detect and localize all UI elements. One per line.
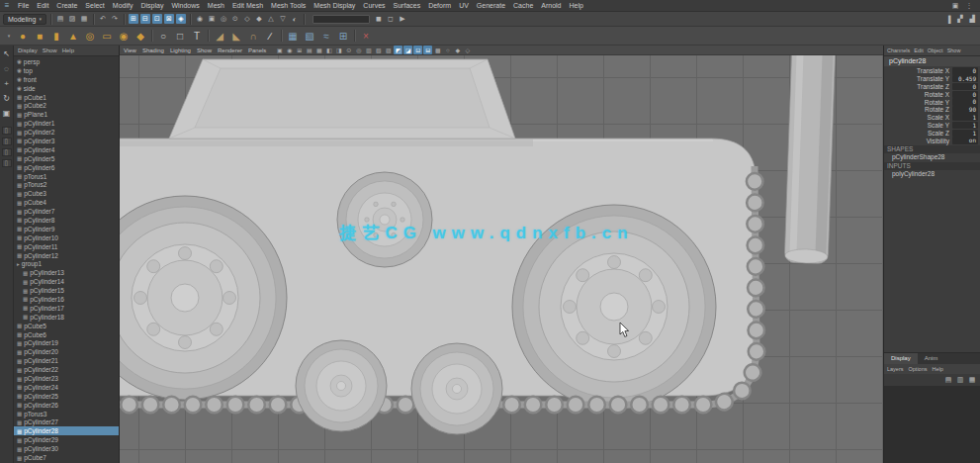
outliner-item[interactable]: ▦ pCylinder29 — [14, 435, 119, 444]
outliner-item[interactable]: ▦ pCube2 — [14, 101, 119, 110]
mirror-tool[interactable]: ⊞ — [335, 28, 351, 44]
smooth-tool[interactable]: ≈ — [318, 28, 334, 44]
menu-item[interactable]: File — [14, 0, 33, 12]
outliner-item[interactable]: ▦ pCube6 — [14, 330, 119, 339]
layout-single-pane-icon[interactable]: ▯ — [2, 127, 12, 135]
open-scene-icon[interactable]: ▨ — [67, 14, 77, 24]
extrude-tool[interactable]: ◢ — [212, 28, 227, 44]
panel-menu-item[interactable]: Show — [43, 47, 57, 53]
select-object-icon[interactable]: ▣ — [207, 14, 217, 24]
menu-item[interactable]: Edit Mesh — [228, 0, 267, 12]
quick-input-field[interactable] — [312, 15, 370, 24]
panel-menu-item[interactable]: Shading — [142, 47, 164, 53]
menu-item[interactable]: Generate — [473, 0, 509, 12]
viewport-canvas[interactable]: 捷艺CG www.qdnxfb.cn — [120, 55, 883, 463]
scale-tool-icon[interactable]: ▣ — [1, 108, 12, 119]
panel-menu-item[interactable]: Edit — [914, 47, 923, 53]
panel-menu-item[interactable]: Show — [197, 47, 212, 53]
new-empty-layer-icon[interactable]: ▤ — [943, 375, 953, 385]
outliner-item[interactable]: ▦ pTorus3 — [14, 410, 119, 418]
channel-value-field[interactable]: on — [952, 137, 978, 144]
ipr-render-icon[interactable]: ◻ — [386, 14, 396, 24]
textured-icon[interactable]: ⊡ — [413, 46, 422, 54]
gate-mask-icon[interactable]: ◎ — [354, 46, 363, 54]
channel-value-field[interactable]: 0 — [952, 91, 978, 99]
outliner-item[interactable]: ▦ pCylinder28 — [14, 426, 119, 435]
isolate-select-icon[interactable]: ◇ — [463, 46, 472, 54]
outliner-item[interactable]: ▦ pCylinder18 — [14, 313, 119, 322]
outliner-item[interactable]: ▦ pCylinder2 — [14, 128, 119, 137]
channel-value-field[interactable]: 0 — [952, 83, 978, 91]
layout-four-pane-icon[interactable]: ▯ — [2, 138, 12, 145]
outliner-item[interactable]: ▦ pCylinder26 — [14, 401, 119, 410]
channel-value-field[interactable]: 1 — [952, 114, 978, 122]
outliner-item[interactable]: ▦ pCylinder19 — [14, 339, 119, 348]
poly-platonic-tool[interactable]: ◆ — [133, 28, 148, 44]
outliner-item[interactable]: ▦ pCylinder20 — [14, 347, 119, 356]
layer-list[interactable] — [884, 386, 980, 463]
snap-view-plane-icon[interactable]: ⊠ — [164, 14, 174, 24]
outliner-item[interactable]: ◉ front — [14, 75, 119, 84]
text-tool[interactable]: T — [189, 28, 205, 44]
move-tool-icon[interactable]: + — [1, 78, 12, 89]
menu-item[interactable]: Mesh Display — [310, 0, 359, 12]
save-scene-icon[interactable]: ▦ — [79, 14, 89, 24]
menu-item[interactable]: Mesh — [204, 0, 228, 12]
snap-point-icon[interactable]: ⊡ — [152, 14, 162, 24]
outliner-item[interactable]: ▦ pCylinder5 — [14, 154, 119, 163]
shelf-tab-switcher[interactable]: ▾ — [3, 33, 15, 39]
outliner-item[interactable]: ▦ pCylinder3 — [14, 137, 119, 145]
channel-box-toggle-icon[interactable]: ▟ — [967, 14, 977, 24]
safe-title-icon[interactable]: ▨ — [384, 46, 393, 54]
channel-value-field[interactable]: 0.459 — [952, 75, 978, 83]
field-chart-icon[interactable]: ▥ — [364, 46, 373, 54]
select-component-icon[interactable]: ◎ — [219, 14, 228, 24]
outliner-list[interactable]: ◉ persp ◉ top ◉ front ◉ side ▦ pCube1 ▦ … — [14, 56, 119, 463]
layout-outliner-persp-icon[interactable]: ▯ — [2, 159, 12, 167]
panel-menu-item[interactable]: Channels — [887, 47, 910, 53]
menu-item[interactable]: Mesh Tools — [267, 0, 310, 12]
quad-draw-tool[interactable]: ▦ — [285, 28, 301, 44]
menu-item[interactable]: Edit — [33, 0, 52, 12]
panel-menu-item[interactable]: Renderer — [218, 47, 242, 53]
outliner-item[interactable]: ▦ pCylinder7 — [14, 207, 119, 216]
select-misc-icon[interactable]: ▽ — [278, 14, 288, 24]
panel-menu-item[interactable]: Show — [947, 47, 961, 53]
outliner-item[interactable]: ▦ pCube4 — [14, 198, 119, 207]
highlight-selection-icon[interactable]: ◐ — [290, 14, 300, 24]
camera-attributes-icon[interactable]: ⊞ — [295, 46, 304, 54]
new-scene-icon[interactable]: ▤ — [55, 14, 65, 24]
poly-cylinder-tool[interactable]: ▮ — [48, 28, 64, 44]
ambient-occlusion-icon[interactable]: ○ — [443, 46, 452, 54]
channel-value-field[interactable]: 1 — [952, 130, 978, 138]
poly-plane-tool[interactable]: ▭ — [99, 28, 115, 44]
shadows-icon[interactable]: ▩ — [433, 46, 442, 54]
outliner-item[interactable]: ▦ pCylinder25 — [14, 392, 119, 401]
panel-menu-item[interactable]: Layers — [887, 366, 904, 372]
snap-grid-icon[interactable]: ⊞ — [129, 14, 138, 24]
outliner-item[interactable]: ▦ pCylinder9 — [14, 225, 119, 233]
redo-icon[interactable]: ↷ — [110, 14, 120, 24]
render-icon[interactable]: ◼ — [374, 14, 384, 24]
menu-overflow-icon[interactable]: ⋮ — [964, 1, 974, 11]
layout-split-pane-icon[interactable]: ▯ — [2, 148, 12, 156]
shelf-tool[interactable] — [149, 28, 154, 44]
nurbs-square-tool[interactable]: □ — [172, 28, 188, 44]
tank-model[interactable] — [120, 55, 883, 463]
resolution-gate-icon[interactable]: ⊙ — [344, 46, 353, 54]
outliner-item[interactable]: ▦ pCylinder10 — [14, 233, 119, 242]
channel-value-field[interactable]: 0 — [952, 98, 978, 106]
outliner-item[interactable]: ▦ pCylinder4 — [14, 145, 119, 154]
outliner-item[interactable]: ▦ pCube7 — [14, 453, 119, 462]
menu-item[interactable]: Help — [566, 0, 587, 12]
outliner-item[interactable]: ▦ pCylinder21 — [14, 356, 119, 365]
snap-curve-icon[interactable]: ⊟ — [140, 14, 150, 24]
safe-action-icon[interactable]: ▧ — [374, 46, 383, 54]
select-point-icon[interactable]: ⊙ — [230, 14, 240, 24]
select-line-icon[interactable]: ◇ — [242, 14, 252, 24]
make-live-icon[interactable]: ◈ — [176, 14, 186, 24]
menu-item[interactable]: Windows — [167, 0, 203, 12]
poly-torus-tool[interactable]: ◎ — [82, 28, 98, 44]
view-grid-icon[interactable]: ◧ — [324, 46, 333, 54]
channel-value-field[interactable]: 90 — [952, 106, 978, 114]
